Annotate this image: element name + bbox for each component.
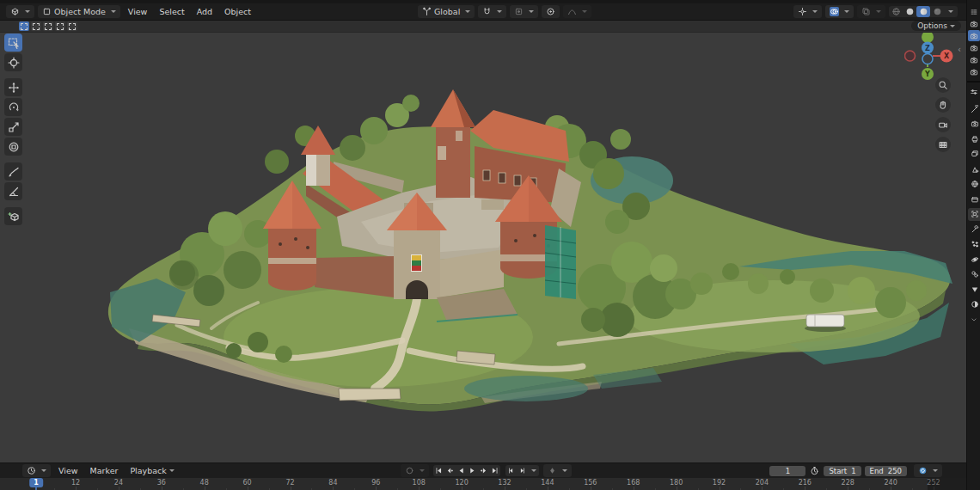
shading-wireframe[interactable]	[889, 6, 903, 17]
end-frame-field[interactable]: End 250	[865, 466, 907, 476]
timeline-menu-view[interactable]: View	[52, 463, 84, 478]
gizmo-axis-z-neg[interactable]	[922, 54, 933, 64]
play-button[interactable]	[467, 465, 478, 476]
solid-icon	[905, 7, 915, 16]
xray-toggle[interactable]	[857, 5, 885, 18]
frame-step-dropdown[interactable]	[528, 465, 539, 476]
proportional-editing-toggle[interactable]	[542, 5, 560, 18]
properties-tab-constraints[interactable]	[968, 268, 980, 281]
ruler-tick	[205, 487, 205, 490]
jump-to-start-button[interactable]	[433, 465, 444, 476]
properties-tab-scene[interactable]	[968, 162, 980, 175]
properties-tab-view-layer[interactable]	[968, 148, 980, 161]
transform-orientation-dropdown[interactable]: Global	[418, 5, 475, 18]
outliner-item-camera[interactable]	[968, 66, 980, 77]
tool-add-cube[interactable]	[4, 207, 22, 225]
snap-toggle[interactable]	[478, 5, 506, 18]
frame-label: 180	[670, 479, 683, 487]
chevron-down-icon	[529, 10, 534, 13]
properties-tab-output[interactable]	[968, 132, 980, 145]
properties-tab-world[interactable]	[968, 178, 980, 191]
particles-tab-icon	[970, 240, 979, 249]
object-tab-icon	[970, 210, 979, 219]
mode-dropdown[interactable]: Object Mode	[38, 5, 120, 18]
next-keyframe-button[interactable]	[478, 465, 489, 476]
tool-add-cube-icon	[8, 211, 20, 223]
toggle-ortho-button[interactable]	[935, 137, 951, 152]
shading-material-preview[interactable]	[916, 6, 930, 17]
menu-object[interactable]: Object	[218, 3, 257, 20]
previous-keyframe-button[interactable]	[444, 465, 456, 476]
sidebar-collapse-arrow[interactable]: ‹	[958, 45, 961, 54]
properties-editor-icon[interactable]	[968, 86, 980, 97]
timeline-menubar: ViewMarkerPlayback	[52, 463, 173, 478]
auto-keying-toggle[interactable]	[401, 464, 429, 477]
timeline-menu-marker[interactable]: Marker	[84, 463, 125, 478]
shading-solid[interactable]	[903, 6, 916, 17]
timeline-ruler[interactable]: 1224364860728496108120132144156168180192…	[0, 477, 966, 490]
menu-view[interactable]: View	[122, 3, 154, 20]
proportional-falloff-dropdown[interactable]	[563, 5, 591, 18]
timeline-menu-playback[interactable]: Playback	[124, 463, 172, 478]
gizmo-axis-y-neg[interactable]	[922, 31, 934, 43]
tabs-overflow-chevron[interactable]	[968, 315, 980, 326]
properties-tab-object-data[interactable]	[968, 283, 980, 296]
show-gizmos-dropdown[interactable]	[793, 5, 822, 18]
previous-frame-button[interactable]	[505, 465, 517, 476]
properties-tab-render[interactable]	[968, 118, 980, 131]
pan-hand-button[interactable]	[935, 97, 951, 113]
tool-move[interactable]	[4, 78, 22, 96]
tool-annotate[interactable]	[4, 162, 22, 181]
current-frame-badge[interactable]: 1	[29, 478, 43, 487]
select-mode-subtract[interactable]	[43, 21, 53, 31]
menu-add[interactable]: Add	[191, 3, 218, 20]
playback-sync-dropdown[interactable]	[914, 464, 942, 477]
camera-view-button[interactable]	[935, 117, 951, 132]
navigation-gizmo[interactable]: Z X Y	[904, 29, 954, 83]
viewport-canvas[interactable]	[0, 0, 980, 490]
timeline-editor-type-button[interactable]	[22, 464, 51, 477]
shading-rendered[interactable]	[930, 6, 944, 17]
tool-cursor[interactable]	[4, 53, 22, 71]
properties-tab-material[interactable]	[968, 298, 980, 311]
shading-dropdown[interactable]	[944, 6, 958, 17]
outliner-item-camera[interactable]	[968, 54, 980, 65]
tool-select-box[interactable]	[4, 34, 22, 52]
stopwatch-icon[interactable]	[810, 466, 819, 475]
current-frame-field[interactable]: 1	[769, 466, 805, 476]
play-reverse-button[interactable]	[456, 465, 467, 476]
tool-scale[interactable]	[4, 118, 22, 136]
outliner-header-icon[interactable]	[968, 6, 980, 17]
properties-tab-collection[interactable]	[968, 193, 980, 205]
properties-tab-modifiers[interactable]	[968, 223, 980, 236]
select-mode-set[interactable]	[19, 21, 29, 31]
properties-tab-particles[interactable]	[968, 238, 980, 251]
properties-tab-tool[interactable]	[968, 102, 980, 115]
chevron-down-icon	[420, 469, 425, 472]
start-frame-field[interactable]: Start 1	[824, 466, 861, 476]
next-frame-button[interactable]	[517, 465, 528, 476]
select-mode-extend[interactable]	[31, 21, 41, 31]
menu-select[interactable]: Select	[153, 3, 190, 20]
editor-type-button[interactable]	[6, 5, 34, 18]
properties-tab-physics[interactable]	[968, 253, 980, 266]
tool-measure[interactable]	[4, 182, 22, 200]
select-mode-invert[interactable]	[55, 21, 65, 31]
select-mode-intersect[interactable]	[67, 21, 77, 31]
snap-target-dropdown[interactable]	[510, 5, 538, 18]
tool-rotate[interactable]	[4, 98, 22, 116]
clock-icon	[27, 466, 36, 475]
jump-to-end-button[interactable]	[489, 465, 500, 476]
keying-set-dropdown[interactable]	[543, 464, 572, 477]
outliner-item-camera[interactable]	[968, 18, 980, 29]
properties-tab-object[interactable]	[968, 208, 980, 221]
show-overlays-toggle[interactable]	[825, 5, 854, 18]
zoom-button[interactable]	[935, 77, 951, 93]
gizmo-y-label: Y	[924, 70, 930, 78]
tool-transform[interactable]	[4, 138, 22, 156]
frame-label: 144	[541, 479, 554, 487]
gizmo-axis-x-neg[interactable]	[905, 51, 916, 61]
outliner-item-camera[interactable]	[968, 30, 980, 41]
outliner-item-camera[interactable]	[968, 42, 980, 53]
options-dropdown[interactable]: Options	[911, 21, 961, 31]
